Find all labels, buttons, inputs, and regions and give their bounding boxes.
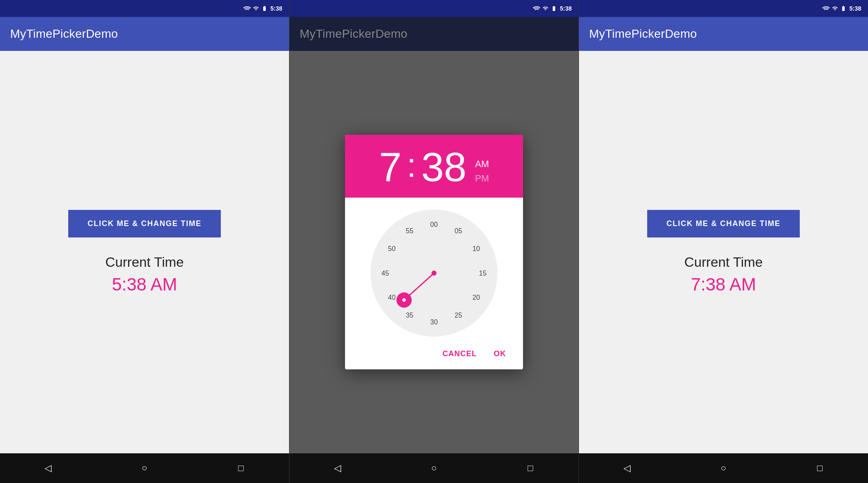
middle-content: 7 : 38 AM PM 000510152025303540455055 CA…	[289, 51, 579, 453]
battery-icon-mid	[551, 6, 557, 11]
right-recent-button[interactable]: □	[812, 461, 827, 476]
left-panel: 5:38 MyTimePickerDemo CLICK ME & CHANGE …	[0, 0, 289, 483]
middle-status-icons	[533, 6, 557, 11]
svg-point-15	[402, 299, 406, 302]
svg-text:20: 20	[473, 294, 480, 301]
dialog-buttons: CANCEL OK	[345, 342, 523, 369]
left-app-title: MyTimePickerDemo	[10, 27, 118, 41]
mid-back-button[interactable]: ◁	[330, 461, 345, 476]
left-change-time-button[interactable]: CLICK ME & CHANGE TIME	[68, 210, 221, 237]
right-status-bar: 5:38	[579, 0, 868, 17]
cancel-button[interactable]: CANCEL	[436, 345, 484, 363]
svg-text:00: 00	[430, 221, 438, 228]
right-status-time: 5:38	[849, 5, 861, 12]
left-status-icons	[243, 6, 268, 11]
signal-icon-right	[832, 6, 838, 11]
right-status-icons	[822, 6, 847, 11]
svg-text:25: 25	[455, 312, 462, 319]
time-picker-header: 7 : 38 AM PM	[345, 135, 523, 198]
time-hour-display[interactable]: 7	[379, 147, 401, 187]
middle-nav-bar: ◁ ○ □	[289, 453, 579, 483]
left-status-bar: 5:38	[0, 0, 289, 17]
right-panel: 5:38 MyTimePickerDemo CLICK ME & CHANGE …	[579, 0, 868, 483]
svg-text:35: 35	[406, 312, 414, 319]
middle-panel: 5:38 MyTimePickerDemo 7 : 38 AM PM 00051…	[289, 0, 579, 483]
right-time-value: 7:38 AM	[684, 274, 763, 295]
left-current-time-label: Current Time	[106, 254, 184, 270]
right-current-time-label: Current Time	[684, 254, 763, 270]
middle-status-bar: 5:38	[289, 0, 579, 17]
am-pm-selector: AM PM	[475, 157, 489, 186]
mid-home-button[interactable]: ○	[426, 461, 442, 476]
svg-text:30: 30	[430, 318, 438, 326]
battery-icon	[261, 6, 268, 11]
svg-text:55: 55	[406, 227, 414, 235]
right-nav-bar: ◁ ○ □	[579, 453, 868, 483]
am-option[interactable]: AM	[475, 157, 489, 171]
wifi-icon-right	[822, 6, 830, 11]
signal-icon	[253, 6, 259, 11]
battery-icon-right	[840, 6, 847, 11]
svg-text:10: 10	[473, 245, 480, 252]
pm-option[interactable]: PM	[475, 171, 489, 186]
left-nav-bar: ◁ ○ □	[0, 453, 289, 483]
mid-recent-button[interactable]: □	[523, 461, 538, 476]
middle-app-title: MyTimePickerDemo	[300, 27, 407, 41]
time-minutes-display[interactable]: 38	[421, 147, 467, 187]
right-app-bar: MyTimePickerDemo	[579, 17, 868, 51]
right-back-button[interactable]: ◁	[620, 461, 635, 476]
right-change-time-button[interactable]: CLICK ME & CHANGE TIME	[647, 210, 800, 237]
left-content: CLICK ME & CHANGE TIME Current Time 5:38…	[0, 51, 289, 453]
left-time-value: 5:38 AM	[106, 274, 184, 295]
right-content: CLICK ME & CHANGE TIME Current Time 7:38…	[579, 51, 868, 453]
svg-text:45: 45	[381, 270, 389, 277]
wifi-icon-mid	[533, 6, 540, 11]
middle-app-bar: MyTimePickerDemo	[289, 17, 579, 51]
left-app-bar: MyTimePickerDemo	[0, 17, 289, 51]
svg-text:40: 40	[388, 294, 396, 301]
time-colon: :	[407, 148, 416, 182]
ok-button[interactable]: OK	[487, 345, 513, 363]
time-picker-dialog: 7 : 38 AM PM 000510152025303540455055 CA…	[345, 135, 523, 369]
left-recent-button[interactable]: □	[233, 461, 248, 476]
clock-area: 000510152025303540455055	[345, 198, 523, 342]
right-home-button[interactable]: ○	[716, 461, 731, 476]
left-back-button[interactable]: ◁	[41, 461, 56, 476]
left-home-button[interactable]: ○	[137, 461, 152, 476]
right-app-title: MyTimePickerDemo	[589, 27, 697, 41]
signal-icon-mid	[542, 6, 548, 11]
middle-status-time: 5:38	[560, 5, 572, 12]
wifi-icon	[243, 6, 251, 11]
svg-text:50: 50	[388, 245, 396, 252]
clock-hands-svg: 000510152025303540455055	[370, 209, 498, 337]
svg-text:15: 15	[479, 270, 487, 277]
svg-text:05: 05	[455, 227, 462, 235]
left-status-time: 5:38	[270, 5, 282, 12]
clock-face[interactable]: 000510152025303540455055	[370, 209, 498, 337]
